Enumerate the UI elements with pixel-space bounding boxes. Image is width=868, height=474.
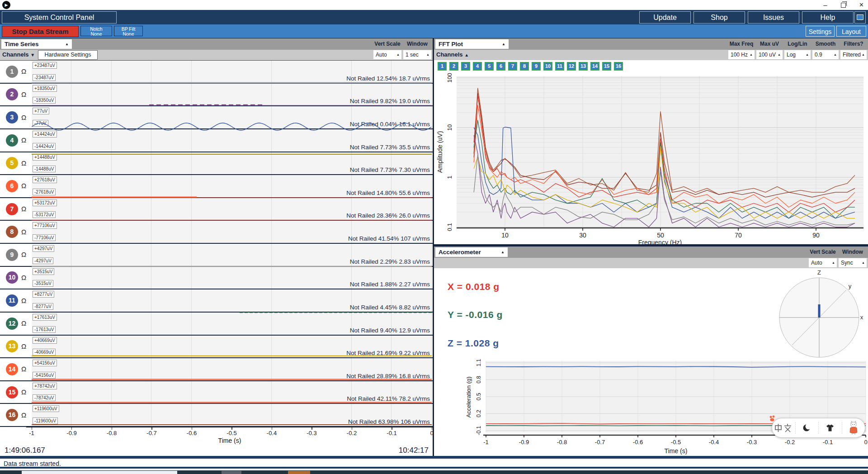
minimize-button[interactable]: – [823, 3, 827, 7]
mascot-button[interactable] [842, 422, 865, 434]
channel-badge[interactable]: 12 [6, 318, 18, 330]
restore-button[interactable] [841, 3, 846, 8]
window-select[interactable]: Sync▲ [839, 258, 867, 267]
scale-negative-label: -27618uV [33, 189, 56, 195]
fft-channel-button-4[interactable]: 4 [473, 62, 482, 71]
smooth-select[interactable]: 0.9▲ [812, 50, 839, 59]
impedance-icon[interactable]: Ω [21, 342, 26, 350]
fft-channel-button-15[interactable]: 15 [602, 62, 611, 71]
fft-channels-toggle[interactable]: Channels ▲ [436, 51, 469, 58]
appbar-button-shop[interactable]: Shop [693, 11, 745, 24]
cat-mascot-icon [848, 421, 859, 435]
dark-mode-button[interactable] [795, 422, 819, 434]
fft-channel-button-11[interactable]: 11 [555, 62, 564, 71]
log-lin-label: Log/Lin [784, 38, 811, 50]
impedance-icon[interactable]: Ω [21, 136, 26, 144]
notch-filter-button[interactable]: Notch None [80, 26, 112, 36]
channel-badge[interactable]: 15 [6, 386, 18, 398]
window-label: Window [839, 246, 867, 258]
apparel-button[interactable] [818, 422, 842, 434]
impedance-icon[interactable]: Ω [21, 67, 26, 75]
channel-badge[interactable]: 9 [6, 249, 18, 261]
railed-status: Not Railed 42.11% 78.2 uVrms [347, 395, 430, 402]
impedance-icon[interactable]: Ω [21, 297, 26, 304]
fft-channel-button-1[interactable]: 1 [438, 62, 447, 71]
impedance-icon[interactable]: Ω [21, 205, 26, 213]
railed-status: Not Railed 0.04% 16.1 uVrms [350, 121, 430, 128]
stop-data-stream-button[interactable]: Stop Data Stream [2, 26, 79, 37]
fft-channel-button-10[interactable]: 10 [543, 62, 552, 71]
channel-badge[interactable]: 3 [6, 111, 18, 123]
channel-badge[interactable]: 4 [6, 134, 18, 147]
fft-channel-button-6[interactable]: 6 [496, 62, 505, 71]
appbar-button-help[interactable]: Help [802, 11, 854, 24]
fft-channel-button-14[interactable]: 14 [590, 62, 599, 71]
channel-badge[interactable]: 14 [6, 363, 18, 375]
channel-badge[interactable]: 6 [6, 180, 18, 192]
scale-positive-label: +14488uV [33, 154, 57, 161]
channel-badge[interactable]: 7 [6, 203, 18, 215]
fft-channel-button-5[interactable]: 5 [485, 62, 494, 71]
fft-channel-button-7[interactable]: 7 [508, 62, 517, 71]
vert-scale-label: Vert Scale [373, 38, 401, 50]
vert-scale-select[interactable]: Auto▲ [809, 258, 837, 267]
impedance-icon[interactable]: Ω [21, 182, 26, 190]
time-series-channel-row: 15Ω+78742uV-78742uVNot Railed 42.11% 78.… [0, 381, 433, 404]
max-freq-select[interactable]: 100 Hz▲ [728, 50, 755, 59]
impedance-icon[interactable]: Ω [21, 274, 26, 281]
hardware-settings-button[interactable]: Hardware Settings [38, 50, 98, 60]
console-log-button[interactable] [854, 11, 866, 24]
layout-button[interactable]: Layout [836, 26, 866, 37]
impedance-icon[interactable]: Ω [21, 228, 26, 236]
close-button[interactable]: × [859, 1, 863, 9]
max-uv-select[interactable]: 100 uV▲ [756, 50, 783, 59]
impedance-icon[interactable]: Ω [21, 159, 26, 167]
channel-badge[interactable]: 11 [6, 294, 18, 307]
taskbar-window-preview[interactable] [22, 471, 177, 474]
impedance-icon[interactable]: Ω [21, 90, 26, 98]
channel-badge[interactable]: 10 [6, 271, 18, 284]
window-select[interactable]: 1 sec▲ [403, 50, 431, 59]
vert-scale-select[interactable]: Auto▲ [373, 50, 401, 59]
bandpass-filter-button[interactable]: BP Filt None [114, 26, 143, 36]
fft-channel-button-3[interactable]: 3 [461, 62, 470, 71]
filters-select[interactable]: Filtered▲ [840, 50, 867, 59]
appbar-button-update[interactable]: Update [639, 11, 691, 24]
fft-subheader: Channels ▲ 100 Hz▲100 uV▲Log▲0.9▲Filtere… [434, 50, 868, 60]
system-control-panel-tab[interactable]: System Control Panel [2, 11, 117, 24]
impedance-icon[interactable]: Ω [21, 319, 26, 327]
ts-x-tick-label: -0.3 [307, 430, 316, 436]
channel-badge[interactable]: 2 [6, 88, 18, 100]
time-series-channel-row: 4Ω+14424uV-14424uVNot Railed 7.73% 35.5 … [0, 129, 433, 152]
svg-text:10: 10 [446, 124, 453, 131]
fft-channel-button-16[interactable]: 16 [614, 62, 623, 71]
impedance-icon[interactable]: Ω [21, 388, 26, 396]
settings-button[interactable]: Settings [806, 26, 835, 37]
taskbar-app-icon[interactable] [222, 471, 241, 474]
fft-channel-button-2[interactable]: 2 [449, 62, 458, 71]
fft-channel-button-8[interactable]: 8 [520, 62, 529, 71]
impedance-icon[interactable]: Ω [21, 411, 26, 419]
log-lin-select[interactable]: Log▲ [784, 50, 811, 59]
appbar-button-issues[interactable]: Issues [748, 11, 799, 24]
taskbar-app-icon[interactable] [288, 471, 310, 474]
impedance-icon[interactable]: Ω [21, 114, 26, 121]
widget-selector-fft[interactable]: FFT Plot ▲ [435, 39, 509, 49]
fft-channel-button-13[interactable]: 13 [579, 62, 588, 71]
channel-badge[interactable]: 8 [6, 226, 18, 238]
fft-channel-button-12[interactable]: 12 [567, 62, 576, 71]
channel-badge[interactable]: 1 [6, 66, 18, 78]
channel-badge[interactable]: 13 [6, 340, 18, 352]
channel-badge[interactable]: 5 [6, 157, 18, 169]
fft-channel-button-9[interactable]: 9 [532, 62, 541, 71]
ts-channels-toggle[interactable]: Channels ▼ [2, 51, 35, 58]
widget-selector-accelerometer[interactable]: Accelerometer ▲ [435, 247, 508, 257]
scale-negative-label: -3515uV [33, 280, 53, 287]
channel-badge[interactable]: 16 [6, 409, 18, 421]
impedance-icon[interactable]: Ω [21, 365, 26, 373]
widget-selector-time-series[interactable]: Time Series ▲ [1, 39, 72, 49]
ts-x-tick-label: -0.9 [66, 430, 76, 436]
impedance-icon[interactable]: Ω [21, 251, 26, 258]
time-series-channel-row: 16Ω+119600uV-119600uVNot Railed 63.98% 1… [0, 404, 433, 427]
window-label: Window [403, 38, 431, 50]
